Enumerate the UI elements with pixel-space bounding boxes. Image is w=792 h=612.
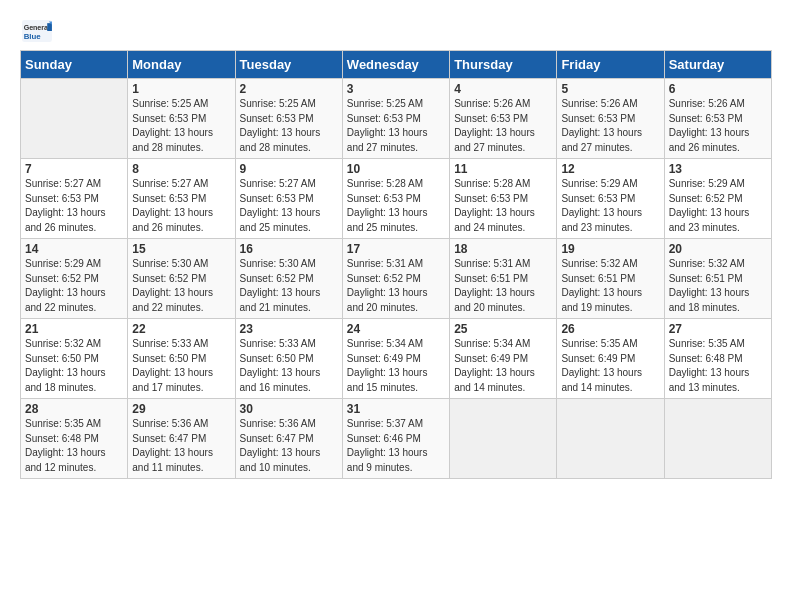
calendar-cell: 30Sunrise: 5:36 AM Sunset: 6:47 PM Dayli… [235, 399, 342, 479]
day-number: 18 [454, 242, 552, 256]
day-number: 19 [561, 242, 659, 256]
svg-text:Blue: Blue [24, 32, 42, 41]
day-number: 8 [132, 162, 230, 176]
calendar-cell: 29Sunrise: 5:36 AM Sunset: 6:47 PM Dayli… [128, 399, 235, 479]
day-number: 10 [347, 162, 445, 176]
day-number: 5 [561, 82, 659, 96]
day-number: 7 [25, 162, 123, 176]
day-info: Sunrise: 5:37 AM Sunset: 6:46 PM Dayligh… [347, 417, 445, 475]
calendar-table: SundayMondayTuesdayWednesdayThursdayFrid… [20, 50, 772, 479]
day-info: Sunrise: 5:25 AM Sunset: 6:53 PM Dayligh… [132, 97, 230, 155]
day-info: Sunrise: 5:34 AM Sunset: 6:49 PM Dayligh… [347, 337, 445, 395]
weekday-header-monday: Monday [128, 51, 235, 79]
day-number: 25 [454, 322, 552, 336]
calendar-cell: 25Sunrise: 5:34 AM Sunset: 6:49 PM Dayli… [450, 319, 557, 399]
day-info: Sunrise: 5:26 AM Sunset: 6:53 PM Dayligh… [454, 97, 552, 155]
day-info: Sunrise: 5:25 AM Sunset: 6:53 PM Dayligh… [347, 97, 445, 155]
calendar-cell: 15Sunrise: 5:30 AM Sunset: 6:52 PM Dayli… [128, 239, 235, 319]
day-number: 13 [669, 162, 767, 176]
day-number: 12 [561, 162, 659, 176]
calendar-cell: 24Sunrise: 5:34 AM Sunset: 6:49 PM Dayli… [342, 319, 449, 399]
day-number: 20 [669, 242, 767, 256]
day-number: 17 [347, 242, 445, 256]
calendar-cell [664, 399, 771, 479]
calendar-cell: 21Sunrise: 5:32 AM Sunset: 6:50 PM Dayli… [21, 319, 128, 399]
day-info: Sunrise: 5:32 AM Sunset: 6:50 PM Dayligh… [25, 337, 123, 395]
day-number: 29 [132, 402, 230, 416]
day-number: 23 [240, 322, 338, 336]
weekday-header-friday: Friday [557, 51, 664, 79]
day-number: 9 [240, 162, 338, 176]
calendar-cell [450, 399, 557, 479]
day-info: Sunrise: 5:30 AM Sunset: 6:52 PM Dayligh… [132, 257, 230, 315]
weekday-header-saturday: Saturday [664, 51, 771, 79]
day-info: Sunrise: 5:31 AM Sunset: 6:52 PM Dayligh… [347, 257, 445, 315]
day-info: Sunrise: 5:32 AM Sunset: 6:51 PM Dayligh… [561, 257, 659, 315]
calendar-cell: 7Sunrise: 5:27 AM Sunset: 6:53 PM Daylig… [21, 159, 128, 239]
day-number: 14 [25, 242, 123, 256]
calendar-cell: 27Sunrise: 5:35 AM Sunset: 6:48 PM Dayli… [664, 319, 771, 399]
day-number: 22 [132, 322, 230, 336]
calendar-cell [557, 399, 664, 479]
calendar-cell: 8Sunrise: 5:27 AM Sunset: 6:53 PM Daylig… [128, 159, 235, 239]
day-number: 16 [240, 242, 338, 256]
day-info: Sunrise: 5:36 AM Sunset: 6:47 PM Dayligh… [132, 417, 230, 475]
weekday-header-sunday: Sunday [21, 51, 128, 79]
svg-text:General: General [24, 24, 50, 31]
day-info: Sunrise: 5:31 AM Sunset: 6:51 PM Dayligh… [454, 257, 552, 315]
calendar-cell: 17Sunrise: 5:31 AM Sunset: 6:52 PM Dayli… [342, 239, 449, 319]
day-info: Sunrise: 5:25 AM Sunset: 6:53 PM Dayligh… [240, 97, 338, 155]
calendar-cell: 16Sunrise: 5:30 AM Sunset: 6:52 PM Dayli… [235, 239, 342, 319]
svg-marker-3 [47, 23, 52, 31]
calendar-cell [21, 79, 128, 159]
day-number: 11 [454, 162, 552, 176]
day-info: Sunrise: 5:33 AM Sunset: 6:50 PM Dayligh… [132, 337, 230, 395]
calendar-cell: 26Sunrise: 5:35 AM Sunset: 6:49 PM Dayli… [557, 319, 664, 399]
day-number: 26 [561, 322, 659, 336]
day-info: Sunrise: 5:28 AM Sunset: 6:53 PM Dayligh… [347, 177, 445, 235]
weekday-header-tuesday: Tuesday [235, 51, 342, 79]
day-number: 21 [25, 322, 123, 336]
day-info: Sunrise: 5:27 AM Sunset: 6:53 PM Dayligh… [132, 177, 230, 235]
calendar-cell: 4Sunrise: 5:26 AM Sunset: 6:53 PM Daylig… [450, 79, 557, 159]
day-info: Sunrise: 5:29 AM Sunset: 6:52 PM Dayligh… [669, 177, 767, 235]
day-number: 1 [132, 82, 230, 96]
day-info: Sunrise: 5:34 AM Sunset: 6:49 PM Dayligh… [454, 337, 552, 395]
day-number: 15 [132, 242, 230, 256]
calendar-cell: 28Sunrise: 5:35 AM Sunset: 6:48 PM Dayli… [21, 399, 128, 479]
day-number: 6 [669, 82, 767, 96]
calendar-cell: 19Sunrise: 5:32 AM Sunset: 6:51 PM Dayli… [557, 239, 664, 319]
day-number: 28 [25, 402, 123, 416]
day-info: Sunrise: 5:27 AM Sunset: 6:53 PM Dayligh… [25, 177, 123, 235]
day-number: 31 [347, 402, 445, 416]
calendar-cell: 3Sunrise: 5:25 AM Sunset: 6:53 PM Daylig… [342, 79, 449, 159]
day-info: Sunrise: 5:28 AM Sunset: 6:53 PM Dayligh… [454, 177, 552, 235]
day-number: 3 [347, 82, 445, 96]
calendar-cell: 2Sunrise: 5:25 AM Sunset: 6:53 PM Daylig… [235, 79, 342, 159]
general-blue-logo-icon: General Blue [22, 20, 52, 42]
calendar-cell: 18Sunrise: 5:31 AM Sunset: 6:51 PM Dayli… [450, 239, 557, 319]
day-info: Sunrise: 5:26 AM Sunset: 6:53 PM Dayligh… [669, 97, 767, 155]
calendar-cell: 22Sunrise: 5:33 AM Sunset: 6:50 PM Dayli… [128, 319, 235, 399]
day-info: Sunrise: 5:35 AM Sunset: 6:48 PM Dayligh… [669, 337, 767, 395]
day-info: Sunrise: 5:29 AM Sunset: 6:53 PM Dayligh… [561, 177, 659, 235]
day-info: Sunrise: 5:27 AM Sunset: 6:53 PM Dayligh… [240, 177, 338, 235]
day-number: 27 [669, 322, 767, 336]
calendar-cell: 23Sunrise: 5:33 AM Sunset: 6:50 PM Dayli… [235, 319, 342, 399]
day-number: 2 [240, 82, 338, 96]
calendar-cell: 1Sunrise: 5:25 AM Sunset: 6:53 PM Daylig… [128, 79, 235, 159]
day-info: Sunrise: 5:35 AM Sunset: 6:49 PM Dayligh… [561, 337, 659, 395]
day-info: Sunrise: 5:35 AM Sunset: 6:48 PM Dayligh… [25, 417, 123, 475]
day-info: Sunrise: 5:33 AM Sunset: 6:50 PM Dayligh… [240, 337, 338, 395]
calendar-cell: 11Sunrise: 5:28 AM Sunset: 6:53 PM Dayli… [450, 159, 557, 239]
day-info: Sunrise: 5:32 AM Sunset: 6:51 PM Dayligh… [669, 257, 767, 315]
calendar-cell: 9Sunrise: 5:27 AM Sunset: 6:53 PM Daylig… [235, 159, 342, 239]
day-info: Sunrise: 5:30 AM Sunset: 6:52 PM Dayligh… [240, 257, 338, 315]
calendar-cell: 20Sunrise: 5:32 AM Sunset: 6:51 PM Dayli… [664, 239, 771, 319]
day-info: Sunrise: 5:26 AM Sunset: 6:53 PM Dayligh… [561, 97, 659, 155]
calendar-cell: 13Sunrise: 5:29 AM Sunset: 6:52 PM Dayli… [664, 159, 771, 239]
weekday-header-wednesday: Wednesday [342, 51, 449, 79]
weekday-header-thursday: Thursday [450, 51, 557, 79]
calendar-cell: 12Sunrise: 5:29 AM Sunset: 6:53 PM Dayli… [557, 159, 664, 239]
day-number: 30 [240, 402, 338, 416]
